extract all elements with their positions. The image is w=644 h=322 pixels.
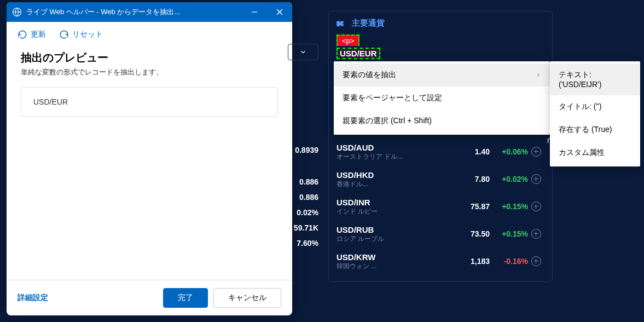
toolbar: 更新 リセット (7, 22, 292, 47)
refresh-label: 更新 (31, 30, 46, 39)
pair-rate: 73.50 (451, 229, 490, 238)
pair-code: USD/INR (336, 198, 451, 208)
reset-label: リセット (72, 30, 103, 39)
side-values-column: 0.8939 0.886 0.886 0.02% 59.71K 7.60% (276, 44, 323, 251)
side-value: 0.02% (297, 205, 318, 220)
pair-name: インド ルピー (336, 208, 451, 215)
currency-row[interactable]: USD/KRW 韓国ウォン ... 1,183 -0.16% (329, 248, 552, 275)
preview-card: USD/EUR (21, 87, 278, 117)
pair-name: 香港ドル... (336, 180, 451, 188)
pair-rate: 7.80 (451, 175, 490, 183)
menu-item-set-pager[interactable]: 要素をページャーとして設定 (334, 87, 550, 110)
pair-code: USD/HKD (336, 170, 451, 180)
pair-change: +0.15% (490, 229, 528, 238)
context-menu: 要素の値を抽出 要素をページャーとして設定 親要素の選択 (Ctrl + Shi… (334, 61, 550, 135)
pair-info: USD/KRW 韓国ウォン ... (336, 252, 451, 270)
cancel-button[interactable]: キャンセル (213, 288, 281, 308)
currency-row[interactable]: USD/RUB ロシア ルーブル 73.50 +0.15% (329, 220, 552, 248)
plus-icon (531, 229, 541, 239)
menu-item-label: 存在する (True) (559, 125, 631, 135)
pair-info: USD/INR インド ルピー (336, 198, 451, 215)
preview-description: 単純な変数の形式でレコードを抽出します。 (21, 67, 278, 77)
side-value: 0.8939 (295, 142, 318, 158)
currency-row[interactable]: USD/AUD オーストラリア ドル... 1.40 +0.06% (329, 138, 552, 165)
submenu-item-custom[interactable]: カスタム属性 (550, 141, 640, 164)
side-value: 0.886 (299, 189, 318, 205)
preview-value: USD/EUR (33, 97, 68, 106)
svg-text:$€: $€ (336, 20, 344, 27)
pair-code: USD/AUD (336, 143, 451, 153)
dropdown-toggle[interactable] (288, 44, 318, 60)
submenu-item-text[interactable]: テキスト: ('USD/EIJR') (550, 64, 640, 95)
panel-header: $€ 主要通貨 (329, 18, 552, 34)
plus-icon (531, 147, 541, 157)
pair-change: +0.02% (490, 175, 528, 183)
window-title: ライブ Web ヘルパー - Web からデータを抽出... (26, 7, 242, 17)
advanced-settings-link[interactable]: 詳細設定 (18, 293, 158, 303)
currency-row[interactable]: USD/INR インド ルピー 75.87 +0.15% (329, 193, 552, 220)
menu-item-label: 要素の値を抽出 (343, 70, 536, 80)
currency-row[interactable]: USD/HKD 香港ドル... 7.80 +0.02% (329, 165, 552, 193)
side-value: 0.886 (299, 174, 318, 189)
helper-dialog: ライブ Web ヘルパー - Web からデータを抽出... 更新 リセット 抽… (7, 2, 292, 315)
panel-title: 主要通貨 (352, 18, 385, 28)
add-button[interactable] (528, 147, 544, 157)
refresh-button[interactable]: 更新 (18, 30, 46, 39)
globe-icon (12, 7, 22, 17)
submenu-item-exists[interactable]: 存在する (True) (550, 118, 640, 141)
done-button[interactable]: 完了 (163, 288, 208, 308)
add-button[interactable] (528, 174, 544, 184)
preview-section: 抽出のプレビュー 単純な変数の形式でレコードを抽出します。 USD/EUR (7, 47, 292, 120)
plus-icon (531, 256, 541, 266)
context-submenu: テキスト: ('USD/EIJR') タイトル: ('') 存在する (True… (550, 61, 640, 166)
menu-item-label: タイトル: ('') (559, 102, 631, 112)
pair-name: ロシア ルーブル (336, 235, 451, 243)
menu-item-label: 要素をページャーとして設定 (343, 93, 541, 103)
menu-item-label: 親要素の選択 (Ctrl + Shift) (343, 116, 541, 126)
pair-change: -0.16% (490, 257, 528, 266)
add-button[interactable] (528, 229, 544, 239)
currency-panel: $€ 主要通貨 <p> USD/EUR X 0.89 +0.00% USD/CA… (328, 11, 553, 282)
dialog-footer: 詳細設定 完了 キャンセル (7, 280, 292, 315)
reset-icon (59, 30, 69, 39)
pair-rate: 75.87 (451, 202, 490, 211)
pair-name: オーストラリア ドル... (336, 153, 451, 160)
menu-item-extract-value[interactable]: 要素の値を抽出 (334, 64, 550, 87)
preview-heading: 抽出のプレビュー (21, 50, 278, 65)
menu-item-label: テキスト: ('USD/EIJR') (559, 70, 631, 89)
refresh-icon (18, 30, 27, 39)
menu-item-label: カスタム属性 (559, 148, 631, 158)
pair-rate: 1,183 (451, 257, 490, 266)
pair-info: USD/RUB ロシア ルーブル (336, 225, 451, 243)
pair-name: 韓国ウォン ... (336, 262, 451, 270)
add-button[interactable] (528, 202, 544, 211)
side-value: 59.71K (294, 220, 318, 235)
pair-code: USD/RUB (336, 225, 451, 235)
pair-info: USD/HKD 香港ドル... (336, 170, 451, 188)
pair-change: +0.15% (490, 202, 528, 211)
pair-code: USD/KRW (336, 252, 451, 262)
menu-item-select-parent[interactable]: 親要素の選択 (Ctrl + Shift) (334, 110, 550, 133)
minimize-button[interactable] (242, 2, 267, 22)
pair-rate: 1.40 (451, 147, 490, 156)
plus-icon (531, 174, 541, 184)
currency-icon: $€ (336, 19, 347, 28)
element-tag-badge: <p> (336, 34, 359, 46)
side-value: 7.60% (297, 235, 318, 251)
pair-info: USD/AUD オーストラリア ドル... (336, 143, 451, 160)
pair-change: +0.06% (490, 147, 528, 156)
titlebar: ライブ Web ヘルパー - Web からデータを抽出... (7, 2, 292, 22)
add-button[interactable] (528, 256, 544, 266)
reset-button[interactable]: リセット (59, 30, 103, 39)
plus-icon (531, 202, 541, 211)
chevron-right-icon (536, 72, 541, 78)
submenu-item-title[interactable]: タイトル: ('') (550, 95, 640, 118)
chevron-down-icon (299, 48, 307, 56)
